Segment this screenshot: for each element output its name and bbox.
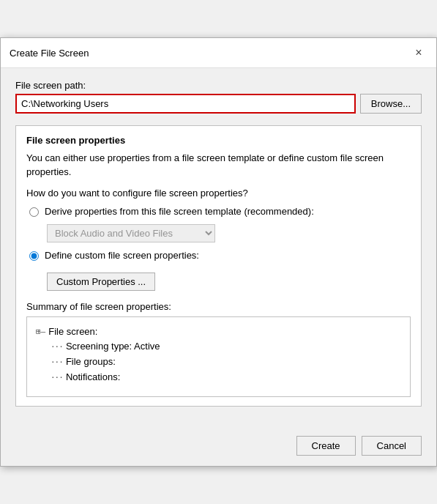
tree-screening-type: ··· Screening type: Active	[51, 339, 401, 355]
tree-dots-2: ···	[51, 356, 63, 369]
file-groups-label: File groups:	[66, 355, 116, 370]
create-file-screen-dialog: Create File Screen × File screen path: B…	[0, 37, 437, 466]
close-button[interactable]: ×	[410, 44, 427, 62]
dialog-title: Create File Screen	[10, 48, 89, 59]
dialog-footer: Create Cancel	[1, 429, 436, 466]
custom-radio-label[interactable]: Define custom file screen properties:	[45, 250, 199, 261]
custom-properties-button[interactable]: Custom Properties ...	[47, 273, 155, 291]
tree-root: ⊞– File screen:	[36, 325, 401, 340]
tree-expand-icon: ⊞–	[36, 325, 45, 338]
screening-type-label: Screening type: Active	[66, 339, 160, 355]
path-label: File screen path:	[15, 80, 422, 91]
properties-description: You can either use properties from a fil…	[26, 152, 411, 178]
radio-group: Derive properties from this file screen …	[29, 206, 411, 291]
properties-section: File screen properties You can either us…	[15, 125, 422, 406]
summary-box: ⊞– File screen: ··· Screening type: Acti…	[26, 316, 411, 397]
derive-radio[interactable]	[29, 207, 39, 217]
cancel-button[interactable]: Cancel	[362, 436, 422, 456]
path-input[interactable]	[15, 94, 356, 114]
custom-radio-item: Define custom file screen properties:	[29, 250, 411, 261]
derive-radio-item: Derive properties from this file screen …	[29, 206, 411, 217]
derive-radio-label[interactable]: Derive properties from this file screen …	[45, 206, 314, 217]
path-row: Browse...	[15, 94, 422, 114]
notifications-label: Notifications:	[66, 370, 120, 385]
tree-dots-1: ···	[51, 341, 63, 354]
config-question: How do you want to configure file screen…	[26, 188, 411, 199]
create-button[interactable]: Create	[296, 436, 356, 456]
tree-file-groups: ··· File groups:	[51, 355, 401, 370]
tree-dots-3: ···	[51, 371, 63, 385]
title-bar: Create File Screen ×	[1, 38, 436, 68]
summary-section: Summary of file screen properties: ⊞– Fi…	[26, 301, 411, 397]
dialog-body: File screen path: Browse... File screen …	[1, 68, 436, 428]
template-select-row: Block Audio and Video Files	[47, 224, 411, 242]
browse-button[interactable]: Browse...	[360, 94, 422, 114]
custom-radio[interactable]	[29, 251, 39, 261]
template-select: Block Audio and Video Files	[47, 224, 215, 242]
tree-root-label: File screen:	[48, 325, 97, 340]
summary-label: Summary of file screen properties:	[26, 301, 411, 312]
tree-notifications: ··· Notifications:	[51, 370, 401, 385]
properties-title: File screen properties	[26, 135, 411, 146]
